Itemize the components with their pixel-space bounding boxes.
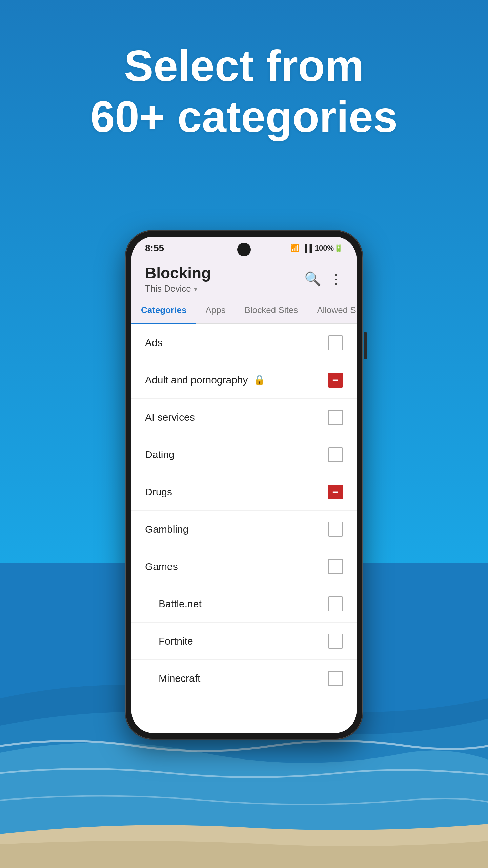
- hero-text: Select from 60+ categories: [0, 41, 488, 142]
- tab-categories[interactable]: Categories: [131, 297, 196, 323]
- camera-notch: [237, 243, 251, 256]
- header-actions: 🔍 ⋮: [304, 271, 343, 287]
- list-item[interactable]: AI services: [131, 399, 357, 436]
- battery-text: 100%🔋: [315, 244, 343, 253]
- category-label-ai: AI services: [145, 412, 195, 423]
- device-label: This Device: [145, 283, 191, 294]
- tab-allowed-sites[interactable]: Allowed Sit…: [307, 297, 357, 323]
- more-options-icon[interactable]: ⋮: [329, 271, 343, 287]
- list-item[interactable]: Minecraft: [131, 660, 357, 697]
- checkbox-battlenet[interactable]: [328, 596, 343, 611]
- app-header: Blocking This Device ▾ 🔍 ⋮: [131, 257, 357, 297]
- list-item[interactable]: Adult and pornography 🔒: [131, 361, 357, 399]
- tab-blocked-sites[interactable]: Blocked Sites: [235, 297, 308, 323]
- category-label-ads: Ads: [145, 337, 163, 349]
- checkbox-ads[interactable]: [328, 335, 343, 350]
- lock-icon: 🔒: [253, 374, 265, 386]
- category-label-dating: Dating: [145, 449, 175, 460]
- tabs-bar: Categories Apps Blocked Sites Allowed Si…: [131, 297, 357, 324]
- signal-icon: ▐▐: [302, 244, 312, 252]
- categories-list: Ads Adult and pornography 🔒 AI services: [131, 324, 357, 733]
- blocked-checkbox-adult[interactable]: [328, 373, 343, 388]
- category-label-gambling: Gambling: [145, 524, 188, 535]
- category-label-drugs: Drugs: [145, 486, 172, 498]
- status-icons: 📶 ▐▐ 100%🔋: [290, 244, 343, 253]
- checkbox-dating[interactable]: [328, 447, 343, 462]
- list-item[interactable]: Dating: [131, 436, 357, 473]
- checkbox-minecraft[interactable]: [328, 671, 343, 686]
- checkbox-games[interactable]: [328, 559, 343, 574]
- hero-line2: 60+ categories: [27, 92, 461, 142]
- phone-screen: 8:55 📶 ▐▐ 100%🔋 Blocking This Device ▾: [131, 237, 357, 733]
- list-item[interactable]: Ads: [131, 324, 357, 361]
- tab-apps[interactable]: Apps: [196, 297, 235, 323]
- device-selector[interactable]: This Device ▾: [145, 283, 211, 294]
- list-item[interactable]: Gambling: [131, 511, 357, 548]
- checkbox-fortnite[interactable]: [328, 634, 343, 649]
- list-item[interactable]: Drugs: [131, 473, 357, 511]
- category-label-battlenet: Battle.net: [159, 598, 202, 610]
- category-label-minecraft: Minecraft: [159, 673, 200, 684]
- list-item[interactable]: Battle.net: [131, 585, 357, 623]
- chevron-down-icon: ▾: [194, 285, 197, 293]
- checkbox-gambling[interactable]: [328, 522, 343, 537]
- app-title: Blocking: [145, 264, 211, 282]
- list-item[interactable]: Games: [131, 548, 357, 585]
- blocked-checkbox-drugs[interactable]: [328, 485, 343, 499]
- search-icon[interactable]: 🔍: [304, 271, 321, 287]
- checkbox-ai[interactable]: [328, 410, 343, 425]
- wifi-icon: 📶: [290, 244, 300, 253]
- header-title-group: Blocking This Device ▾: [145, 264, 211, 294]
- status-time: 8:55: [145, 243, 164, 254]
- phone-mockup: 8:55 📶 ▐▐ 100%🔋 Blocking This Device ▾: [125, 231, 363, 739]
- list-item[interactable]: Fortnite: [131, 623, 357, 660]
- category-label-fortnite: Fortnite: [159, 635, 193, 647]
- phone-outer: 8:55 📶 ▐▐ 100%🔋 Blocking This Device ▾: [125, 231, 363, 739]
- category-label-games: Games: [145, 561, 178, 572]
- hero-line1: Select from: [27, 41, 461, 92]
- category-label-adult: Adult and pornography 🔒: [145, 374, 265, 386]
